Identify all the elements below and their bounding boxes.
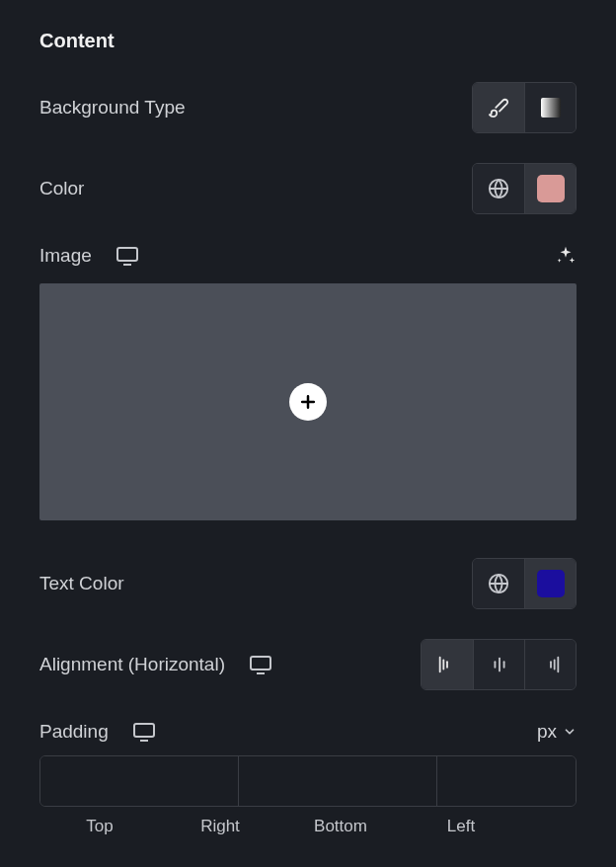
alignment-toggle (421, 639, 577, 690)
background-type-row: Background Type (39, 82, 577, 133)
padding-bottom-input[interactable] (437, 756, 577, 806)
image-label-text: Image (39, 245, 92, 267)
svg-rect-2 (117, 248, 137, 261)
padding-inputs (39, 755, 577, 807)
color-global-button[interactable] (473, 164, 524, 213)
padding-row: Padding px (39, 720, 577, 744)
color-label: Color (39, 178, 84, 199)
image-row: Image (39, 244, 577, 268)
background-type-classic[interactable] (473, 83, 524, 132)
color-row: Color (39, 163, 577, 214)
gradient-icon (539, 96, 563, 119)
desktop-icon[interactable] (132, 720, 156, 744)
padding-top-input[interactable] (40, 756, 239, 806)
svg-rect-0 (541, 98, 561, 118)
text-color-swatch-button[interactable] (524, 559, 576, 608)
text-color-label: Text Color (39, 573, 124, 594)
padding-left-label: Left (401, 817, 521, 836)
color-swatch (537, 175, 565, 202)
align-center-icon (489, 654, 510, 675)
desktop-icon[interactable] (249, 653, 272, 676)
alignment-right[interactable] (524, 640, 576, 689)
svg-rect-4 (251, 657, 270, 670)
plus-icon (298, 392, 318, 412)
align-right-icon (540, 654, 562, 675)
padding-right-label: Right (160, 817, 280, 836)
padding-label: Padding (39, 720, 156, 744)
alignment-row: Alignment (Horizontal) (39, 639, 577, 690)
alignment-left[interactable] (422, 640, 473, 689)
image-label: Image (39, 244, 139, 268)
alignment-label: Alignment (Horizontal) (39, 653, 272, 676)
color-swatch-button[interactable] (524, 164, 576, 213)
alignment-center[interactable] (473, 640, 524, 689)
color-control (472, 163, 577, 214)
ai-sparkle-icon[interactable] (555, 245, 577, 267)
text-color-global-button[interactable] (473, 559, 524, 608)
padding-label-text: Padding (39, 721, 109, 743)
background-type-toggle (472, 82, 577, 133)
svg-rect-5 (134, 724, 154, 737)
text-color-swatch (537, 570, 565, 597)
globe-icon (488, 178, 509, 199)
padding-top-label: Top (39, 817, 160, 836)
padding-unit-text: px (537, 721, 557, 743)
desktop-icon[interactable] (116, 244, 139, 268)
text-color-row: Text Color (39, 558, 577, 609)
padding-bottom-label: Bottom (280, 817, 401, 836)
background-type-label: Background Type (39, 97, 186, 118)
brush-icon (488, 97, 509, 118)
chevron-down-icon (563, 725, 577, 739)
text-color-control (472, 558, 577, 609)
alignment-label-text: Alignment (Horizontal) (39, 654, 225, 675)
section-title: Content (39, 30, 577, 52)
padding-unit-select[interactable]: px (537, 721, 577, 743)
spacer (521, 817, 577, 836)
padding-right-input[interactable] (239, 756, 437, 806)
add-image-button[interactable] (289, 383, 327, 421)
align-left-icon (436, 654, 458, 675)
background-type-gradient[interactable] (524, 83, 576, 132)
globe-icon (488, 573, 509, 594)
image-upload-area[interactable] (39, 283, 577, 520)
padding-sublabels: Top Right Bottom Left (39, 817, 577, 836)
